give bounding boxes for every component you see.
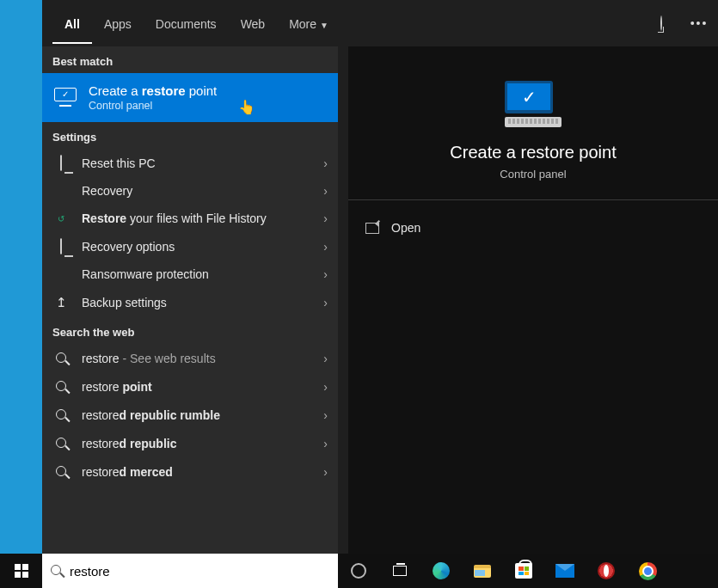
- open-label: Open: [391, 221, 420, 235]
- settings-item-reset-pc[interactable]: Reset this PC ›: [42, 149, 338, 177]
- microsoft-store-icon: [515, 563, 532, 579]
- open-action[interactable]: Open: [359, 212, 708, 243]
- separator: [348, 199, 718, 200]
- search-icon: [52, 351, 70, 365]
- hand-cursor-icon: 👆: [238, 99, 255, 115]
- feedback-icon[interactable]: [642, 16, 680, 30]
- result-preview: ✓ Create a restore point Control panel O…: [348, 46, 718, 554]
- web-item-restore-point[interactable]: restore point ›: [42, 372, 338, 401]
- mail-button[interactable]: [544, 554, 586, 588]
- search-icon: [52, 379, 70, 394]
- file-explorer-icon: [474, 565, 491, 578]
- system-properties-icon: [52, 88, 78, 108]
- web-item-restore[interactable]: restore - See web results ›: [42, 344, 338, 372]
- best-match-subtitle: Control panel: [89, 100, 328, 112]
- list-item-label: Backup settings: [82, 296, 311, 309]
- tab-apps[interactable]: Apps: [92, 3, 144, 44]
- upload-icon: ↥: [52, 295, 70, 310]
- search-input[interactable]: [70, 564, 329, 579]
- web-item-restored-merced[interactable]: restored merced ›: [42, 457, 338, 486]
- mail-icon: [555, 564, 574, 578]
- section-best-match: Best match: [42, 46, 338, 73]
- list-item-label: Recovery: [82, 184, 311, 198]
- chrome-button[interactable]: [627, 554, 668, 588]
- chevron-right-icon: ›: [323, 184, 328, 198]
- chevron-right-icon: ›: [323, 156, 328, 170]
- section-search-web: Search the web: [42, 317, 338, 344]
- edge-button[interactable]: [420, 554, 462, 588]
- chevron-right-icon: ›: [323, 296, 328, 309]
- web-item-restored-republic[interactable]: restored republic ›: [42, 429, 338, 457]
- list-item-label: Ransomware protection: [82, 267, 311, 281]
- search-icon: [52, 464, 70, 479]
- list-item-label: Reset this PC: [82, 156, 311, 170]
- preview-title: Create a restore point: [365, 143, 701, 162]
- search-icon: [52, 436, 70, 450]
- taskbar-icons: [338, 554, 718, 588]
- tab-web[interactable]: Web: [229, 3, 278, 44]
- list-item-label: restored republic rumble: [82, 408, 311, 422]
- settings-item-recovery[interactable]: Recovery ›: [42, 177, 338, 205]
- list-item-label: restore point: [82, 380, 311, 394]
- monitor-icon: [52, 156, 70, 170]
- taskbar: [0, 554, 718, 588]
- section-settings: Settings: [42, 122, 338, 149]
- edge-icon: [433, 562, 450, 579]
- settings-item-file-history[interactable]: Restore your files with File History ›: [42, 205, 338, 232]
- web-item-restored-republic-rumble[interactable]: restored republic rumble ›: [42, 401, 338, 429]
- chevron-right-icon: ›: [323, 211, 328, 225]
- taskbar-search[interactable]: [42, 554, 338, 588]
- chevron-right-icon: ›: [323, 465, 328, 479]
- opera-icon: [598, 562, 615, 579]
- list-item-label: restored merced: [82, 465, 311, 479]
- preview-subtitle: Control panel: [365, 168, 701, 181]
- monitor-icon: [52, 239, 70, 254]
- cortana-button[interactable]: [338, 554, 379, 588]
- chevron-right-icon: ›: [323, 408, 328, 422]
- chevron-right-icon: ›: [323, 240, 328, 254]
- tab-more[interactable]: More▼: [277, 3, 341, 44]
- chevron-down-icon: ▼: [320, 21, 328, 30]
- chevron-right-icon: ›: [323, 352, 328, 365]
- list-item-label: Restore your files with File History: [82, 211, 311, 225]
- settings-item-ransomware[interactable]: Ransomware protection ›: [42, 260, 338, 288]
- tab-documents[interactable]: Documents: [144, 3, 229, 44]
- settings-item-recovery-options[interactable]: Recovery options ›: [42, 232, 338, 260]
- windows-logo-icon: [15, 564, 28, 578]
- start-button[interactable]: [0, 554, 42, 588]
- system-properties-icon: ✓: [505, 81, 562, 127]
- best-match-title: Create a restore point: [89, 83, 328, 98]
- task-view-button[interactable]: [379, 554, 420, 588]
- options-icon[interactable]: •••: [680, 16, 718, 30]
- search-icon: [51, 563, 61, 579]
- microsoft-store-button[interactable]: [503, 554, 544, 588]
- search-panel: All Apps Documents Web More▼ ••• Best ma…: [42, 0, 718, 554]
- list-item-label: Recovery options: [82, 240, 311, 254]
- search-icon: [52, 407, 70, 422]
- settings-item-backup[interactable]: ↥ Backup settings ›: [42, 288, 338, 317]
- file-explorer-button[interactable]: [462, 554, 503, 588]
- list-item-label: restored republic: [82, 437, 311, 450]
- search-tabbar: All Apps Documents Web More▼ •••: [42, 0, 718, 46]
- chevron-right-icon: ›: [323, 380, 328, 394]
- list-item-label: restore - See web results: [82, 352, 311, 365]
- open-icon: [365, 223, 379, 234]
- tab-all[interactable]: All: [52, 3, 92, 44]
- cortana-icon: [351, 563, 366, 579]
- chrome-icon: [639, 562, 657, 580]
- chevron-right-icon: ›: [323, 437, 328, 450]
- results-list: Best match Create a restore point Contro…: [42, 46, 338, 554]
- opera-button[interactable]: [586, 554, 627, 588]
- chevron-right-icon: ›: [323, 267, 328, 281]
- task-view-icon: [393, 566, 407, 576]
- best-match-result[interactable]: Create a restore point Control panel 👆: [42, 73, 338, 122]
